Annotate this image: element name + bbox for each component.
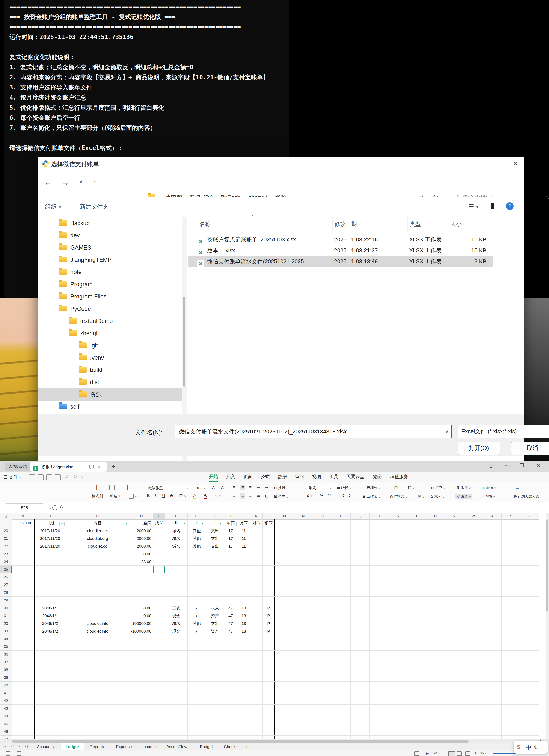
cell-D22[interactable]: 2000.00 — [130, 542, 153, 550]
cell-E1[interactable]: 成员▼ — [153, 519, 165, 527]
format-painter-icon[interactable] — [96, 485, 101, 490]
cell-R37[interactable] — [369, 658, 388, 666]
row-header-39[interactable]: 39 — [0, 674, 12, 682]
cell-J20[interactable]: 11 — [238, 527, 250, 535]
cell-S45[interactable] — [388, 720, 407, 728]
cell-G21[interactable]: 其他 — [188, 535, 206, 542]
cell-K29[interactable] — [250, 597, 263, 604]
cell-W38[interactable] — [464, 666, 483, 674]
cell-X27[interactable] — [483, 581, 502, 589]
cell-H44[interactable] — [206, 712, 224, 720]
cell-M25[interactable] — [275, 566, 294, 573]
cell-G45[interactable] — [188, 720, 206, 728]
cell-Y28[interactable] — [502, 589, 520, 597]
sheet-tab-Ledger[interactable]: Ledger — [61, 743, 84, 750]
cell-D26[interactable] — [130, 573, 153, 581]
cell-P41[interactable] — [332, 689, 351, 697]
cell-S21[interactable] — [388, 535, 407, 542]
cell-Z37[interactable] — [520, 658, 539, 666]
col-header-K[interactable]: K — [250, 513, 263, 520]
cell-E36[interactable] — [153, 651, 165, 658]
tree-item-[interactable]: 资源 — [38, 388, 182, 401]
save-icon[interactable] — [29, 474, 35, 480]
cell-B20[interactable]: 2017/11/20 — [34, 527, 65, 535]
cell-N37[interactable] — [294, 658, 313, 666]
cell-J37[interactable] — [238, 658, 250, 666]
cell-Q21[interactable] — [351, 535, 369, 542]
cell-S44[interactable] — [388, 712, 407, 720]
status-left-icon-2[interactable] — [17, 751, 21, 756]
cell-M27[interactable] — [275, 581, 294, 589]
cell-V33[interactable] — [445, 627, 464, 635]
cell-Q27[interactable] — [351, 581, 369, 589]
cell-L28[interactable] — [263, 589, 275, 597]
row-header-34[interactable]: 34 — [0, 635, 12, 643]
view-layout-icon[interactable] — [465, 751, 470, 756]
cell-M46[interactable] — [275, 728, 294, 736]
cell-X46[interactable] — [483, 728, 502, 736]
cell-T24[interactable] — [407, 558, 426, 566]
cell-G46[interactable] — [188, 728, 206, 736]
cell-G33[interactable]: / — [188, 627, 206, 635]
cell-B46[interactable] — [34, 728, 65, 736]
cell-J46[interactable] — [238, 728, 250, 736]
col-header-M[interactable]: M — [275, 513, 294, 520]
percent-button[interactable]: % — [319, 494, 323, 498]
row-header-25[interactable]: 25 — [0, 566, 12, 573]
cell-Z44[interactable] — [520, 712, 539, 720]
cell-B29[interactable] — [34, 597, 65, 604]
cell-P44[interactable] — [332, 712, 351, 720]
cell-A41[interactable] — [12, 689, 34, 697]
cell-Y22[interactable] — [502, 542, 520, 550]
cell-F46[interactable] — [165, 728, 188, 736]
cell-Q37[interactable] — [351, 658, 369, 666]
cell-B22[interactable]: 2017/11/20 — [34, 542, 65, 550]
cell-V47[interactable] — [445, 736, 464, 739]
align-bottom-icon[interactable]: ≡ — [249, 485, 252, 490]
cell-Q36[interactable] — [351, 651, 369, 658]
cell-A32[interactable] — [12, 620, 34, 627]
quickbar-more-icon[interactable]: ∨ — [81, 475, 84, 479]
tree-item-git[interactable]: .git — [38, 339, 182, 352]
tab-插入[interactable]: 插入 — [226, 474, 235, 480]
cell-J38[interactable] — [238, 666, 250, 674]
cell-Z41[interactable] — [520, 689, 539, 697]
cell-U24[interactable] — [426, 558, 445, 566]
cell-E45[interactable] — [153, 720, 165, 728]
cell-K44[interactable] — [250, 712, 263, 720]
align-middle-icon[interactable]: ≡ — [240, 485, 245, 490]
cell-U37[interactable] — [426, 658, 445, 666]
cell-C38[interactable] — [65, 666, 130, 674]
cell-Y20[interactable] — [502, 527, 520, 535]
cell-W27[interactable] — [464, 581, 483, 589]
cell-F38[interactable] — [165, 666, 188, 674]
row-header-23[interactable]: 23 — [0, 550, 12, 558]
cell-Z35[interactable] — [520, 643, 539, 651]
status-table-icon[interactable] — [414, 751, 419, 756]
cell-N45[interactable] — [294, 720, 313, 728]
cell-W32[interactable] — [464, 620, 483, 627]
cell-Q30[interactable] — [351, 604, 369, 612]
cell-Y31[interactable] — [502, 612, 520, 620]
cell-X39[interactable] — [483, 674, 502, 682]
cell-E27[interactable] — [153, 581, 165, 589]
cell-E22[interactable] — [153, 542, 165, 550]
cell-C27[interactable] — [65, 581, 130, 589]
wps-app-button[interactable]: WPS 表格 — [5, 463, 31, 471]
cell-T37[interactable] — [407, 658, 426, 666]
cell-M47[interactable] — [275, 736, 294, 739]
cell-J36[interactable] — [238, 651, 250, 658]
cell-W29[interactable] — [464, 597, 483, 604]
cell-L41[interactable] — [263, 689, 275, 697]
col-header-A[interactable]: A — [12, 513, 34, 520]
cell-S46[interactable] — [388, 728, 407, 736]
new-document-tab-button[interactable]: + — [112, 463, 115, 470]
cell-P22[interactable] — [332, 542, 351, 550]
cell-F24[interactable] — [165, 558, 188, 566]
print-icon[interactable] — [46, 474, 52, 480]
back-icon[interactable]: ← — [44, 178, 51, 187]
cell-H35[interactable] — [206, 643, 224, 651]
cell-U28[interactable] — [426, 589, 445, 597]
cell-E44[interactable] — [153, 712, 165, 720]
cell-Z1[interactable] — [520, 519, 539, 527]
